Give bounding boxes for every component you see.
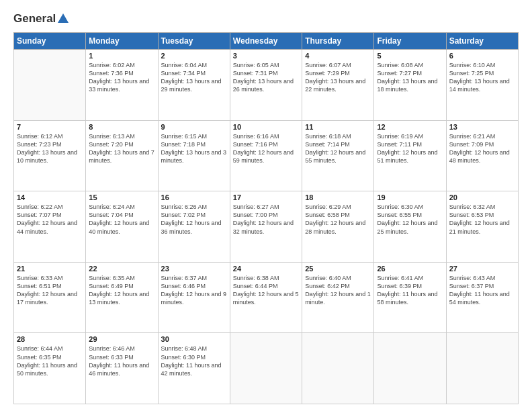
weekday-header: Wednesday xyxy=(230,33,302,50)
day-info: Sunrise: 6:02 AMSunset: 7:36 PMDaylight:… xyxy=(89,61,154,94)
day-number: 9 xyxy=(161,123,227,131)
logo: General xyxy=(13,12,69,26)
calendar-cell: 29Sunrise: 6:46 AMSunset: 6:33 PMDayligh… xyxy=(86,333,158,404)
calendar-cell: 25Sunrise: 6:40 AMSunset: 6:42 PMDayligh… xyxy=(302,262,374,333)
calendar-cell: 1Sunrise: 6:02 AMSunset: 7:36 PMDaylight… xyxy=(86,50,158,121)
calendar-cell xyxy=(446,333,518,404)
calendar-cell: 27Sunrise: 6:43 AMSunset: 6:37 PMDayligh… xyxy=(446,262,518,333)
day-number: 7 xyxy=(17,123,83,131)
day-number: 24 xyxy=(233,265,299,273)
day-number: 29 xyxy=(89,335,154,343)
weekday-header: Thursday xyxy=(302,33,374,50)
calendar-cell: 13Sunrise: 6:21 AMSunset: 7:09 PMDayligh… xyxy=(446,120,518,191)
day-info: Sunrise: 6:32 AMSunset: 6:53 PMDaylight:… xyxy=(449,203,515,236)
day-info: Sunrise: 6:43 AMSunset: 6:37 PMDaylight:… xyxy=(449,274,515,307)
weekday-header: Monday xyxy=(86,33,158,50)
day-number: 20 xyxy=(449,193,515,201)
day-info: Sunrise: 6:40 AMSunset: 6:42 PMDaylight:… xyxy=(305,274,371,307)
calendar-cell: 6Sunrise: 6:10 AMSunset: 7:25 PMDaylight… xyxy=(446,50,518,121)
day-info: Sunrise: 6:19 AMSunset: 7:11 PMDaylight:… xyxy=(377,132,443,165)
day-number: 8 xyxy=(89,123,154,131)
page: General SundayMondayTuesdayWednesdayThur… xyxy=(0,0,532,411)
day-info: Sunrise: 6:16 AMSunset: 7:16 PMDaylight:… xyxy=(233,132,299,165)
day-number: 30 xyxy=(161,335,227,343)
day-number: 16 xyxy=(161,193,227,201)
day-info: Sunrise: 6:37 AMSunset: 6:46 PMDaylight:… xyxy=(161,274,227,307)
day-info: Sunrise: 6:33 AMSunset: 6:51 PMDaylight:… xyxy=(17,274,83,307)
day-info: Sunrise: 6:13 AMSunset: 7:20 PMDaylight:… xyxy=(89,132,154,165)
calendar-cell: 7Sunrise: 6:12 AMSunset: 7:23 PMDaylight… xyxy=(14,120,86,191)
day-number: 23 xyxy=(161,265,227,273)
calendar-cell: 21Sunrise: 6:33 AMSunset: 6:51 PMDayligh… xyxy=(14,262,86,333)
day-number: 17 xyxy=(233,193,299,201)
calendar-table: SundayMondayTuesdayWednesdayThursdayFrid… xyxy=(13,32,519,404)
calendar-cell: 18Sunrise: 6:29 AMSunset: 6:58 PMDayligh… xyxy=(302,191,374,263)
calendar-cell: 16Sunrise: 6:26 AMSunset: 7:02 PMDayligh… xyxy=(158,191,230,263)
day-info: Sunrise: 6:24 AMSunset: 7:04 PMDaylight:… xyxy=(89,203,154,236)
calendar-cell: 30Sunrise: 6:48 AMSunset: 6:30 PMDayligh… xyxy=(158,333,230,404)
day-number: 11 xyxy=(305,123,371,131)
day-number: 22 xyxy=(89,265,154,273)
day-info: Sunrise: 6:21 AMSunset: 7:09 PMDaylight:… xyxy=(449,132,515,165)
calendar-cell: 28Sunrise: 6:44 AMSunset: 6:35 PMDayligh… xyxy=(14,333,86,404)
day-info: Sunrise: 6:05 AMSunset: 7:31 PMDaylight:… xyxy=(233,61,299,94)
calendar-cell xyxy=(374,333,446,404)
calendar-cell: 22Sunrise: 6:35 AMSunset: 6:49 PMDayligh… xyxy=(86,262,158,333)
day-info: Sunrise: 6:04 AMSunset: 7:34 PMDaylight:… xyxy=(161,61,227,94)
day-info: Sunrise: 6:30 AMSunset: 6:55 PMDaylight:… xyxy=(377,203,443,236)
calendar-cell: 11Sunrise: 6:18 AMSunset: 7:14 PMDayligh… xyxy=(302,120,374,191)
calendar-cell xyxy=(302,333,374,404)
day-number: 19 xyxy=(377,193,443,201)
calendar-cell xyxy=(14,50,86,121)
day-info: Sunrise: 6:15 AMSunset: 7:18 PMDaylight:… xyxy=(161,132,227,165)
day-number: 2 xyxy=(161,52,227,60)
calendar-week-row: 1Sunrise: 6:02 AMSunset: 7:36 PMDaylight… xyxy=(14,50,519,121)
calendar-cell: 19Sunrise: 6:30 AMSunset: 6:55 PMDayligh… xyxy=(374,191,446,263)
calendar-week-row: 14Sunrise: 6:22 AMSunset: 7:07 PMDayligh… xyxy=(14,191,519,263)
day-info: Sunrise: 6:07 AMSunset: 7:29 PMDaylight:… xyxy=(305,61,371,94)
day-number: 12 xyxy=(377,123,443,131)
logo-general-text: General xyxy=(13,12,56,26)
calendar-cell: 4Sunrise: 6:07 AMSunset: 7:29 PMDaylight… xyxy=(302,50,374,121)
day-number: 21 xyxy=(17,265,83,273)
calendar-cell: 24Sunrise: 6:38 AMSunset: 6:44 PMDayligh… xyxy=(230,262,302,333)
day-number: 6 xyxy=(449,52,515,60)
calendar-cell: 20Sunrise: 6:32 AMSunset: 6:53 PMDayligh… xyxy=(446,191,518,263)
day-number: 25 xyxy=(305,265,371,273)
day-number: 13 xyxy=(449,123,515,131)
calendar-cell xyxy=(230,333,302,404)
day-number: 26 xyxy=(377,265,443,273)
day-info: Sunrise: 6:26 AMSunset: 7:02 PMDaylight:… xyxy=(161,203,227,236)
day-number: 10 xyxy=(233,123,299,131)
calendar-week-row: 21Sunrise: 6:33 AMSunset: 6:51 PMDayligh… xyxy=(14,262,519,333)
day-info: Sunrise: 6:29 AMSunset: 6:58 PMDaylight:… xyxy=(305,203,371,236)
calendar-cell: 17Sunrise: 6:27 AMSunset: 7:00 PMDayligh… xyxy=(230,191,302,263)
logo-triangle-icon xyxy=(58,13,69,23)
day-number: 28 xyxy=(17,335,83,343)
day-info: Sunrise: 6:10 AMSunset: 7:25 PMDaylight:… xyxy=(449,61,515,94)
day-number: 3 xyxy=(233,52,299,60)
calendar-week-row: 7Sunrise: 6:12 AMSunset: 7:23 PMDaylight… xyxy=(14,120,519,191)
day-info: Sunrise: 6:48 AMSunset: 6:30 PMDaylight:… xyxy=(161,345,227,377)
day-number: 15 xyxy=(89,193,154,201)
day-info: Sunrise: 6:08 AMSunset: 7:27 PMDaylight:… xyxy=(377,61,443,94)
day-number: 14 xyxy=(17,193,83,201)
calendar-cell: 5Sunrise: 6:08 AMSunset: 7:27 PMDaylight… xyxy=(374,50,446,121)
calendar-cell: 9Sunrise: 6:15 AMSunset: 7:18 PMDaylight… xyxy=(158,120,230,191)
day-info: Sunrise: 6:38 AMSunset: 6:44 PMDaylight:… xyxy=(233,274,299,307)
calendar-cell: 2Sunrise: 6:04 AMSunset: 7:34 PMDaylight… xyxy=(158,50,230,121)
calendar-cell: 3Sunrise: 6:05 AMSunset: 7:31 PMDaylight… xyxy=(230,50,302,121)
day-info: Sunrise: 6:27 AMSunset: 7:00 PMDaylight:… xyxy=(233,203,299,236)
day-info: Sunrise: 6:22 AMSunset: 7:07 PMDaylight:… xyxy=(17,203,83,236)
calendar-header-row: SundayMondayTuesdayWednesdayThursdayFrid… xyxy=(14,33,519,50)
calendar-week-row: 28Sunrise: 6:44 AMSunset: 6:35 PMDayligh… xyxy=(14,333,519,404)
weekday-header: Sunday xyxy=(14,33,86,50)
calendar-cell: 8Sunrise: 6:13 AMSunset: 7:20 PMDaylight… xyxy=(86,120,158,191)
day-number: 27 xyxy=(449,265,515,273)
weekday-header: Tuesday xyxy=(158,33,230,50)
day-number: 4 xyxy=(305,52,371,60)
calendar-cell: 26Sunrise: 6:41 AMSunset: 6:39 PMDayligh… xyxy=(374,262,446,333)
day-info: Sunrise: 6:41 AMSunset: 6:39 PMDaylight:… xyxy=(377,274,443,307)
calendar-cell: 12Sunrise: 6:19 AMSunset: 7:11 PMDayligh… xyxy=(374,120,446,191)
calendar-cell: 10Sunrise: 6:16 AMSunset: 7:16 PMDayligh… xyxy=(230,120,302,191)
